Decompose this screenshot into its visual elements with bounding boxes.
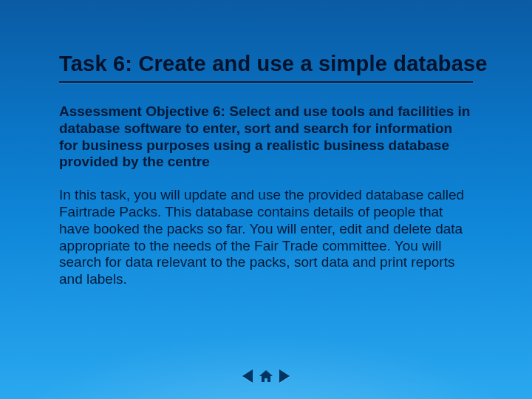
arrow-left-icon [242,369,253,383]
slide-body: Assessment Objective 6: Select and use t… [59,103,473,288]
task-description: In this task, you will update and use th… [59,187,473,288]
nav-controls [238,368,294,384]
home-button[interactable] [259,369,273,383]
slide-title: Task 6: Create and use a simple database [59,52,488,76]
assessment-objective: Assessment Objective 6: Select and use t… [59,103,473,171]
home-icon [259,370,273,382]
slide: Task 6: Create and use a simple database… [0,0,532,399]
title-rule [59,81,473,83]
svg-marker-0 [259,370,273,382]
prev-button[interactable] [238,368,257,384]
next-button[interactable] [275,368,294,384]
arrow-right-icon [279,369,290,383]
